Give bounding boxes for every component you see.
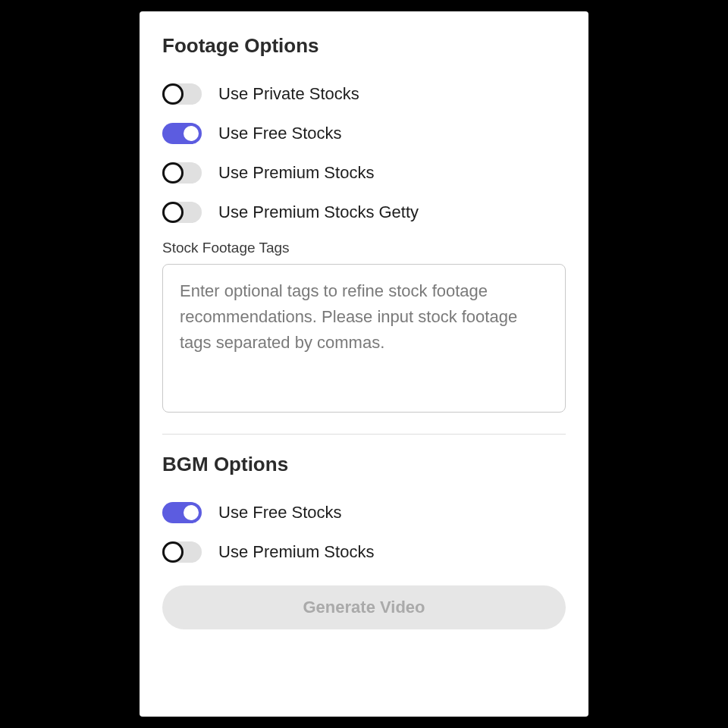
- section-divider: [162, 434, 566, 435]
- toggle-private-stocks: Use Private Stocks: [162, 74, 566, 114]
- toggle-premium-stocks: Use Premium Stocks: [162, 153, 566, 193]
- toggle-switch[interactable]: [162, 83, 202, 105]
- toggle-label: Use Private Stocks: [218, 84, 359, 104]
- toggle-bgm-premium-stocks: Use Premium Stocks: [162, 532, 566, 572]
- toggle-premium-stocks-getty: Use Premium Stocks Getty: [162, 193, 566, 232]
- toggle-switch[interactable]: [162, 202, 202, 223]
- toggle-knob-icon: [162, 541, 184, 563]
- toggle-knob-icon: [184, 126, 199, 141]
- stock-footage-tags-label: Stock Footage Tags: [162, 240, 566, 256]
- toggle-switch[interactable]: [162, 541, 202, 563]
- settings-panel: Footage Options Use Private Stocks Use F…: [140, 11, 588, 717]
- toggle-label: Use Premium Stocks: [218, 542, 374, 562]
- bgm-options-title: BGM Options: [162, 453, 566, 476]
- toggle-label: Use Free Stocks: [218, 124, 342, 143]
- toggle-knob-icon: [162, 202, 184, 223]
- toggle-switch[interactable]: [162, 162, 202, 184]
- toggle-label: Use Premium Stocks: [218, 163, 374, 183]
- toggle-knob-icon: [162, 162, 184, 184]
- toggle-switch[interactable]: [162, 123, 202, 144]
- toggle-label: Use Premium Stocks Getty: [218, 202, 419, 222]
- stock-footage-tags-input[interactable]: [162, 264, 566, 413]
- footage-options-title: Footage Options: [162, 34, 566, 58]
- toggle-knob-icon: [184, 505, 199, 520]
- toggle-switch[interactable]: [162, 502, 202, 523]
- generate-video-button[interactable]: Generate Video: [162, 585, 566, 629]
- toggle-knob-icon: [162, 83, 184, 105]
- toggle-label: Use Free Stocks: [218, 503, 342, 522]
- toggle-free-stocks: Use Free Stocks: [162, 114, 566, 153]
- toggle-bgm-free-stocks: Use Free Stocks: [162, 493, 566, 532]
- footage-toggle-list: Use Private Stocks Use Free Stocks Use P…: [162, 74, 566, 232]
- bgm-toggle-list: Use Free Stocks Use Premium Stocks: [162, 493, 566, 572]
